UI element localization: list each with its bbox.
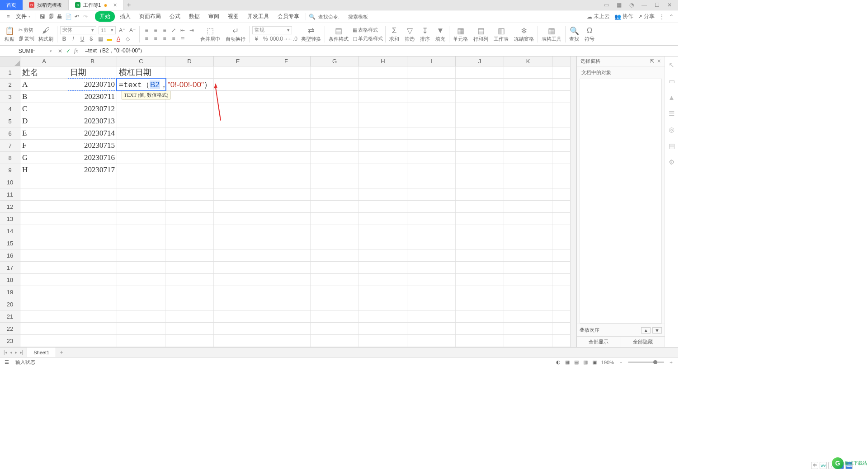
percent-icon[interactable]: % [261,35,269,42]
cell[interactable] [359,140,407,151]
cell[interactable] [165,310,214,322]
cell[interactable] [504,310,552,322]
cell[interactable] [262,115,311,127]
cell[interactable] [407,201,456,212]
cell[interactable] [117,298,165,310]
cell[interactable] [456,249,504,261]
cell[interactable] [407,164,456,176]
sheet-nav-first[interactable]: |◂ [4,350,7,355]
cell[interactable] [359,225,407,237]
cell[interactable] [117,310,165,322]
row-header[interactable]: 6 [0,127,20,139]
editing-cell[interactable]: =text（B2，"0!-00!-00"）TEXT (值, 数值格式) [117,79,165,90]
skin-icon[interactable]: ◔ [627,2,636,8]
increase-font-icon[interactable]: A⁺ [118,27,126,34]
cell[interactable] [214,225,262,237]
cell[interactable] [504,91,552,103]
cell[interactable]: 20230714 [68,127,117,139]
cell[interactable] [407,274,456,286]
col-header-J[interactable]: J [456,56,504,66]
side-style-icon[interactable]: ▭ [669,77,675,85]
cell[interactable] [456,152,504,164]
cell[interactable] [359,310,407,322]
cell[interactable] [165,201,214,212]
cell[interactable]: B [20,91,68,103]
cell[interactable] [214,103,262,115]
cell[interactable] [407,335,456,347]
cell[interactable] [262,310,311,322]
cell[interactable] [456,91,504,103]
tab-workbook[interactable]: S 工作簿1 ● ✕ [69,0,124,10]
indent-inc-icon[interactable]: ⇥ [188,27,196,34]
cell[interactable]: 20230715 [68,140,117,151]
thousands-icon[interactable]: 000 [270,35,278,42]
cell[interactable] [214,262,262,273]
cell[interactable] [20,286,68,298]
zoom-in-icon[interactable]: ＋ [669,359,674,366]
cell[interactable] [407,310,456,322]
close-window-icon[interactable]: ✕ [665,2,674,8]
cell[interactable] [165,262,214,273]
align-center-icon[interactable]: ≡ [151,35,160,42]
cell[interactable] [117,164,165,176]
cell[interactable] [262,201,311,212]
cell[interactable]: 日期 [68,66,117,78]
cell[interactable]: 20230713 [68,115,117,127]
cell[interactable] [456,176,504,188]
cell[interactable] [407,140,456,151]
col-header-C[interactable]: C [117,56,165,66]
cell[interactable] [504,262,552,273]
cells[interactable]: ▦单元格 [450,23,471,45]
cell[interactable] [165,249,214,261]
row-header[interactable]: 18 [0,274,20,286]
cell[interactable]: E [20,127,68,139]
cell[interactable] [262,274,311,286]
merge-center[interactable]: ⬚合并居中 [198,23,223,45]
cell[interactable] [311,115,359,127]
table-tools[interactable]: ▦表格工具 [539,23,564,45]
distribute-icon[interactable]: ≣ [179,35,187,42]
col-header-F[interactable]: F [262,56,311,66]
cell-style[interactable]: ▢单元格样式 [351,35,384,42]
cell[interactable] [20,323,68,334]
side-resource-icon[interactable]: ◎ [669,126,675,134]
horizontal-scrollbar[interactable] [67,348,678,357]
cell[interactable] [504,103,552,115]
cell[interactable] [262,335,311,347]
cell[interactable] [407,225,456,237]
cell[interactable] [262,127,311,139]
cell[interactable] [214,127,262,139]
cell[interactable] [504,335,552,347]
side-backup-icon[interactable]: ▲ [668,94,675,101]
cell[interactable] [117,152,165,164]
cell[interactable] [456,115,504,127]
ribbon-tab-layout[interactable]: 页面布局 [136,11,165,22]
switch-window-icon[interactable]: ▭ [602,2,610,8]
cell[interactable] [214,335,262,347]
cell[interactable]: D [20,115,68,127]
cell[interactable] [504,127,552,139]
cell[interactable] [504,237,552,249]
col-header-H[interactable]: H [359,56,407,66]
cell[interactable] [262,237,311,249]
cell[interactable] [504,249,552,261]
cell[interactable] [20,249,68,261]
cell[interactable] [504,152,552,164]
cell[interactable] [20,298,68,310]
send-backward-icon[interactable]: ▼ [652,327,662,334]
confirm-formula-icon[interactable]: ✓ [66,48,71,54]
fx-icon[interactable]: fx [74,47,78,54]
cell[interactable] [359,237,407,249]
cell[interactable] [359,262,407,273]
cell[interactable] [214,152,262,164]
cell[interactable] [68,213,117,225]
cell[interactable]: F [20,140,68,151]
search-command-input[interactable] [318,14,345,19]
sheet-nav-next[interactable]: ▸ [15,350,17,355]
cell[interactable] [456,127,504,139]
cell[interactable] [311,188,359,200]
pane-close-icon[interactable]: ✕ [657,58,661,64]
cell[interactable]: 20230711 [68,91,117,103]
cell[interactable] [214,237,262,249]
cell[interactable] [117,274,165,286]
